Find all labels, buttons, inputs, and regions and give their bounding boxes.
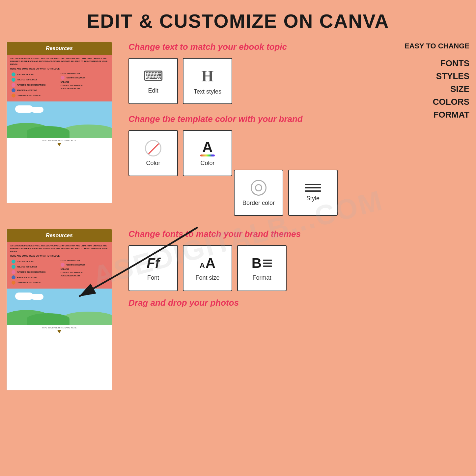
hill2-b [62,312,112,325]
doc-item: COMMUNITY AND SUPPORT [12,94,58,98]
edit-tool-button[interactable]: ⌨ Edit [128,58,178,104]
doc-item-b1: FURTHER READING [12,260,58,264]
pink-icon [12,83,15,87]
format-icon: B [252,255,272,271]
orange-icon [12,94,15,98]
doc-col-left-top: FURTHER READING RELATED RESOURCES AUTHOR… [10,71,59,99]
top-section: Resources AN EBOOK RESOURCES PAGE. INCLU… [0,42,476,222]
doc-item-rb3: UPDATES [61,268,107,270]
doc-item-rb1: LEGAL INFORMATION [61,260,107,262]
format-line-3 [263,266,272,267]
font-size-label: Font size [195,274,219,281]
doc-section-label-bottom: HERE ARE SOME IDEAS ON WHAT TO INCLUDE: [10,255,108,257]
doc-item: ADDITIONAL CONTENT [12,88,58,92]
easy-item-colors: COLORS [397,96,469,108]
text-color-icon: A [200,140,215,156]
easy-title: EASY TO CHANGE [397,42,469,50]
easy-item-fonts: FONTS [397,57,469,70]
font-label: Font [147,274,159,281]
doc-item-text: FEEDBACK REQUEST [66,264,85,266]
doc-arrow [57,143,61,146]
font-size-tool-button[interactable]: A A Font size [183,245,232,291]
doc-item-rb2: FEEDBACK REQUEST [61,263,107,267]
border-color-label: Border color [242,200,275,207]
sub-tools-row: Border color Style [234,170,387,216]
doc-item-text: UPDATES [61,268,69,270]
doc-item-text: FURTHER READING [17,261,34,263]
doc-grid-bottom: FURTHER READING RELATED RESOURCES AUTHOR… [10,258,108,286]
doc-footer-top: TYPE YOUR WEBSITE NAME HERE [7,138,112,148]
doc-item-text: FEEDBACK REQUEST [66,77,85,79]
pink-icon [61,263,65,267]
color-slash-label: Color [146,160,160,167]
doc-item: AUTHOR'S RECOMMENDATIONS [12,83,58,87]
change-fonts-tools: Ff Font A A Font size B [128,245,466,291]
hill2 [62,125,112,138]
font-ff-icon: Ff [147,255,160,271]
left-panel: Resources AN EBOOK RESOURCES PAGE. INCLU… [7,42,119,222]
doc-section-label-top: HERE ARE SOME IDEAS ON WHAT TO INCLUDE: [10,68,108,70]
doc-body-bottom: AN EBOOK RESOURCES PAGE. INCLUDE VALUABL… [7,242,112,289]
style-line-3 [305,190,321,192]
format-lines-icon [263,260,272,267]
section-change-color: Change the template color with your bran… [128,114,387,216]
doc-item: FURTHER READING [12,72,58,76]
doc-col-right-bottom: LEGAL INFORMATION FEEDBACK REQUEST UPDAT… [59,258,108,286]
font-tool-button[interactable]: Ff Font [128,245,178,291]
doc-item-b2: RELATED RESOURCES [12,265,58,269]
color-text-tool-button[interactable]: A Color [183,130,232,176]
doc-arrow-b [57,330,61,333]
teal-icon [12,72,15,76]
change-color-title: Change the template color with your bran… [128,114,387,124]
doc-item-text: COMMUNITY AND SUPPORT [17,95,42,97]
doc-item-text: RELATED RESOURCES [17,79,37,81]
color-text-label: Color [200,160,214,167]
doc-item-text: AUTHOR'S RECOMMENDATIONS [17,271,45,273]
doc-item-b3: AUTHOR'S RECOMMENDATIONS [12,270,58,274]
heading-icon: H [201,67,213,85]
hill3-b [27,313,70,325]
drag-drop-section: Drag and drop your photos [128,298,466,308]
outer-circle [251,180,266,196]
keyboard-icon: ⌨ [143,68,163,84]
doc-col-right-top: LEGAL INFORMATION FEEDBACK REQUEST UPDAT… [59,71,108,99]
doc-item-text: LEGAL INFORMATION [61,260,80,262]
doc-item-text: UPDATES [61,81,69,83]
doc-item-text: LEGAL INFORMATION [61,72,80,74]
doc-footer-text: TYPE YOUR WEBSITE NAME HERE [42,140,77,142]
doc-item-text: COMMUNITY AND SUPPORT [17,282,42,284]
blue-icon [12,275,15,279]
blue-icon [12,88,15,92]
easy-item-format: FORMAT [397,108,469,121]
easy-item-size: SIZE [397,83,469,96]
teal-icon [12,265,15,269]
easy-list: FONTS STYLES SIZE COLORS FORMAT [397,57,469,121]
edit-label: Edit [148,87,158,94]
doc-item-text: ACKNOWLEDGMENTS [61,88,80,90]
format-tool-button[interactable]: B Format [237,245,287,291]
doc-header-bottom: Resources [7,229,112,242]
easy-item-styles: STYLES [397,70,469,83]
middle-content-bottom: Change fonts to match your brand themes … [125,229,469,390]
style-lines-icon [305,184,321,192]
style-tool-button[interactable]: Style [288,170,338,216]
change-fonts-title: Change fonts to match your brand themes [128,229,466,239]
fontsize-large-a: A [206,255,215,271]
border-color-tool-button[interactable]: Border color [234,170,283,216]
text-styles-label: Text styles [194,88,221,95]
pink-icon [61,76,65,80]
doc-footer-bottom: TYPE YOUR WEBSITE NAME HERE [7,325,112,335]
text-styles-tool-button[interactable]: H Text styles [183,58,232,104]
doc-item: UPDATES [61,81,107,83]
style-line-1 [305,184,321,185]
orange-icon [12,281,15,285]
doc-item: CONTACT INFORMATION [61,84,107,86]
doc-item-text: CONTACT INFORMATION [61,271,82,273]
doc-item-rb4: CONTACT INFORMATION [61,271,107,273]
color-slash-tool-button[interactable]: Color [128,130,178,176]
doc-item-text: ADDITIONAL CONTENT [17,89,37,91]
doc-item-b5: COMMUNITY AND SUPPORT [12,281,58,285]
color-slash-icon [145,140,161,156]
doc-preview-top: Resources AN EBOOK RESOURCES PAGE. INCLU… [7,42,112,203]
doc-body-text-top: AN EBOOK RESOURCES PAGE. INCLUDE VALUABL… [10,57,108,66]
